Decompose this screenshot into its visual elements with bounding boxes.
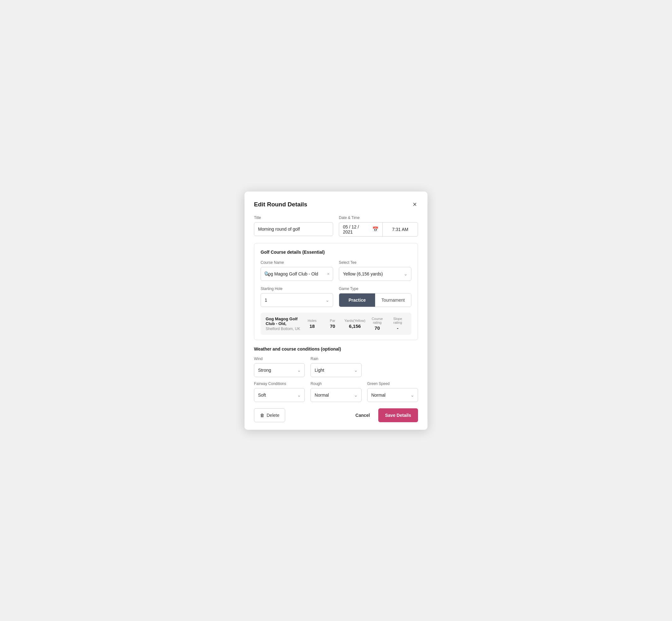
golf-course-section: Golf Course details (Essential) Course N… [254, 243, 418, 340]
practice-toggle-btn[interactable]: Practice [339, 293, 375, 307]
course-name-col: Course Name 🔍 × [261, 260, 333, 281]
green-speed-wrap: Slow Normal Fast ⌄ [367, 388, 418, 402]
cancel-button[interactable]: Cancel [353, 413, 373, 418]
par-stat-value: 70 [324, 323, 341, 329]
yards-stat: Yards(Yellow) 6,156 [344, 319, 366, 329]
course-clear-icon[interactable]: × [327, 271, 330, 277]
time-input[interactable]: 7:31 AM [383, 222, 418, 236]
datetime-inputs: 05 / 12 / 2021 📅 7:31 AM [339, 222, 418, 237]
holes-stat-label: Holes [303, 319, 321, 323]
course-info-row: Gog Magog Golf Club - Old, Shelford Bott… [261, 313, 411, 335]
modal-title: Edit Round Details [254, 201, 307, 208]
date-value: 05 / 12 / 2021 [343, 224, 369, 235]
delete-label: Delete [266, 413, 279, 418]
course-info-name: Gog Magog Golf Club - Old, Shelford Bott… [266, 317, 300, 331]
select-tee-dropdown[interactable]: Yellow (6,156 yards) [339, 267, 411, 281]
course-info-location: Shelford Bottom, UK [266, 327, 300, 331]
course-rating-stat: Course rating 70 [369, 317, 386, 331]
rain-label: Rain [310, 357, 361, 361]
title-label: Title [254, 215, 333, 220]
select-tee-label: Select Tee [339, 260, 411, 265]
course-name-label: Course Name [261, 260, 333, 265]
search-icon: 🔍 [264, 271, 270, 277]
starting-hole-col: Starting Hole 1 ⌄ [261, 287, 333, 307]
wind-label: Wind [254, 357, 305, 361]
wind-col: Wind Calm Light Moderate Strong ⌄ [254, 357, 305, 377]
green-speed-dropdown[interactable]: Slow Normal Fast [367, 388, 418, 402]
slope-rating-stat: Slope rating - [389, 317, 406, 331]
title-field: Title [254, 215, 333, 237]
fairway-label: Fairway Conditions [254, 381, 305, 386]
rough-wrap: Short Normal Long ⌄ [310, 388, 361, 402]
edit-round-modal: Edit Round Details × Title Date & Time 0… [245, 192, 427, 430]
course-search-wrap: 🔍 × [261, 267, 333, 281]
game-type-label: Game Type [339, 287, 411, 291]
modal-header: Edit Round Details × [254, 200, 418, 209]
datetime-label: Date & Time [339, 215, 418, 220]
wind-wrap: Calm Light Moderate Strong ⌄ [254, 363, 305, 377]
rain-col: Rain None Light Moderate Heavy ⌄ [310, 357, 361, 377]
footer-right: Cancel Save Details [353, 408, 418, 422]
starting-hole-label: Starting Hole [261, 287, 333, 291]
wind-rain-row: Wind Calm Light Moderate Strong ⌄ Rain N… [254, 357, 418, 377]
par-stat-label: Par [324, 319, 341, 323]
game-type-toggle: Practice Tournament [339, 293, 411, 307]
fairway-wrap: Soft Normal Hard ⌄ [254, 388, 305, 402]
course-rating-stat-label: Course rating [369, 317, 386, 324]
slope-rating-stat-value: - [389, 325, 406, 331]
tournament-toggle-btn[interactable]: Tournament [375, 293, 411, 307]
holes-stat-value: 18 [303, 323, 321, 329]
select-tee-wrap: Yellow (6,156 yards) ⌄ [339, 267, 411, 281]
calendar-icon: 📅 [372, 226, 379, 232]
fairway-col: Fairway Conditions Soft Normal Hard ⌄ [254, 381, 305, 402]
title-input[interactable] [254, 222, 333, 236]
wind-dropdown[interactable]: Calm Light Moderate Strong [254, 363, 305, 377]
hole-gametype-row: Starting Hole 1 ⌄ Game Type Practice Tou… [261, 287, 411, 307]
rough-label: Rough [310, 381, 361, 386]
weather-section-title: Weather and course conditions (optional) [254, 346, 418, 351]
fairway-rough-green-row: Fairway Conditions Soft Normal Hard ⌄ Ro… [254, 381, 418, 402]
yards-stat-value: 6,156 [344, 323, 366, 329]
rough-col: Rough Short Normal Long ⌄ [310, 381, 361, 402]
rough-dropdown[interactable]: Short Normal Long [310, 388, 361, 402]
course-name-input[interactable] [261, 267, 333, 281]
footer-row: 🗑 Delete Cancel Save Details [254, 408, 418, 422]
time-value: 7:31 AM [392, 227, 408, 232]
top-row: Title Date & Time 05 / 12 / 2021 📅 7:31 … [254, 215, 418, 237]
date-input[interactable]: 05 / 12 / 2021 📅 [339, 222, 383, 236]
game-type-col: Game Type Practice Tournament [339, 287, 411, 307]
fairway-dropdown[interactable]: Soft Normal Hard [254, 388, 305, 402]
green-speed-label: Green Speed [367, 381, 418, 386]
rain-dropdown[interactable]: None Light Moderate Heavy [310, 363, 361, 377]
datetime-field: Date & Time 05 / 12 / 2021 📅 7:31 AM [339, 215, 418, 237]
holes-stat: Holes 18 [303, 319, 321, 329]
select-tee-col: Select Tee Yellow (6,156 yards) ⌄ [339, 260, 411, 281]
trash-icon: 🗑 [260, 413, 264, 418]
par-stat: Par 70 [324, 319, 341, 329]
course-info-name-text: Gog Magog Golf Club - Old, [266, 317, 300, 326]
green-speed-col: Green Speed Slow Normal Fast ⌄ [367, 381, 418, 402]
save-button[interactable]: Save Details [378, 408, 418, 422]
golf-section-title: Golf Course details (Essential) [261, 250, 411, 255]
course-name-tee-row: Course Name 🔍 × Select Tee Yellow (6,156… [261, 260, 411, 281]
weather-section: Weather and course conditions (optional)… [254, 346, 418, 402]
rain-wrap: None Light Moderate Heavy ⌄ [310, 363, 361, 377]
course-rating-stat-value: 70 [369, 325, 386, 331]
slope-rating-stat-label: Slope rating [389, 317, 406, 324]
starting-hole-dropdown[interactable]: 1 [261, 293, 333, 307]
starting-hole-wrap: 1 ⌄ [261, 293, 333, 307]
yards-stat-label: Yards(Yellow) [344, 319, 366, 323]
delete-button[interactable]: 🗑 Delete [254, 408, 285, 422]
close-button[interactable]: × [411, 200, 418, 209]
